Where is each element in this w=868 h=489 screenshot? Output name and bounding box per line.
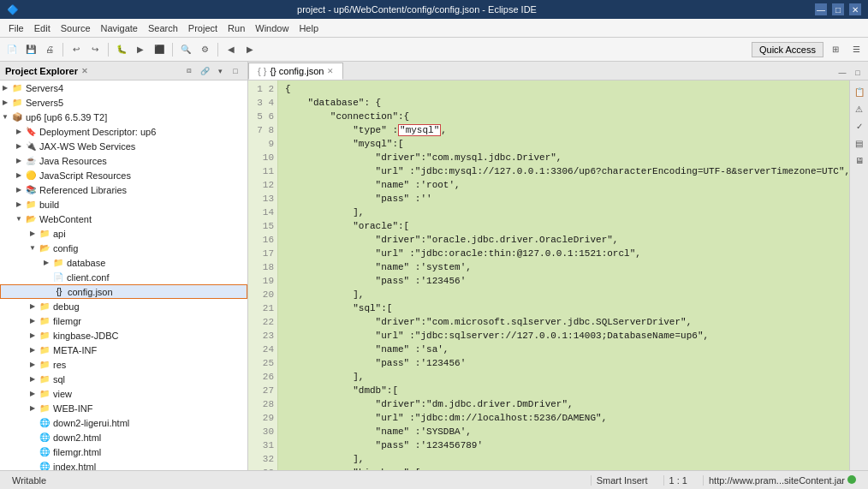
maximize-button[interactable]: □ (832, 3, 844, 15)
tree-item-api[interactable]: ▶📁api (0, 226, 247, 241)
status-jar-info: http://www.pram...siteContent.jar (703, 475, 861, 486)
close-button[interactable]: ✕ (849, 3, 861, 15)
tree-toggle-down2[interactable] (27, 432, 38, 443)
tree-toggle-meta-inf[interactable]: ▶ (27, 345, 38, 355)
tree-item-java-resources[interactable]: ▶☕Java Resources (0, 153, 247, 168)
tree-item-jax-ws[interactable]: ▶🔌JAX-WS Web Services (0, 139, 247, 153)
tree-item-build[interactable]: ▶📁build (0, 197, 247, 212)
tree-toggle-database[interactable]: ▶ (41, 258, 51, 268)
toolbar-new[interactable]: 📄 (3, 41, 21, 58)
project-tree[interactable]: ▶📁Servers4▶📁Servers5▼📦up6 [up6 6.5.39 T2… (0, 81, 247, 470)
tree-item-deployment[interactable]: ▶🔖Deployment Descriptor: up6 (0, 124, 247, 139)
tree-toggle-java-resources[interactable]: ▶ (14, 156, 24, 166)
panel-max-button[interactable]: □ (229, 64, 242, 78)
menu-edit[interactable]: Edit (29, 21, 56, 35)
toolbar-stop[interactable]: ⬛ (151, 41, 168, 58)
tree-item-sql[interactable]: ▶📁sql (0, 372, 247, 386)
editor-minimize-button[interactable]: — (835, 66, 849, 80)
tree-toggle-config[interactable]: ▼ (27, 243, 38, 253)
menu-help[interactable]: Help (294, 21, 324, 35)
tree-item-config[interactable]: ▼📂config (0, 241, 247, 255)
tree-toggle-sql[interactable]: ▶ (27, 374, 38, 385)
highlighted-value: "mysql" (398, 124, 441, 136)
tree-toggle-api[interactable]: ▶ (27, 229, 38, 239)
tree-item-down2-ligerui[interactable]: 🌐down2-ligerui.html (0, 415, 247, 430)
panel-menu-button[interactable]: ▾ (213, 64, 227, 78)
open-perspective-button[interactable]: ⊞ (827, 41, 844, 58)
tree-item-filemgr[interactable]: ▶📁filemgr (0, 313, 247, 328)
tree-item-debug[interactable]: ▶📁debug (0, 299, 247, 313)
toolbar-save[interactable]: 💾 (22, 41, 39, 58)
console-button[interactable]: ▤ (852, 135, 867, 151)
tree-toggle-res[interactable]: ▶ (27, 360, 38, 370)
code-content[interactable]: { "database": { "connection":{ "type" :"… (278, 81, 849, 470)
tree-toggle-filemgr-html[interactable] (27, 447, 38, 457)
toolbar-search[interactable]: 🔍 (177, 41, 194, 58)
tree-item-up6[interactable]: ▼📦up6 [up6 6.5.39 T2] (0, 110, 247, 124)
tab-config-json[interactable]: { } {} config.json ✕ (248, 63, 343, 80)
tree-item-filemgr-html[interactable]: 🌐filemgr.html (0, 444, 247, 459)
servers-button[interactable]: 🖥 (852, 152, 867, 168)
tree-toggle-filemgr[interactable]: ▶ (27, 316, 38, 326)
toolbar-prev[interactable]: ◀ (223, 41, 240, 58)
tree-toggle-down2-ligerui[interactable] (27, 418, 38, 428)
tree-item-javascript-resources[interactable]: ▶🟡JavaScript Resources (0, 168, 247, 182)
menu-window[interactable]: Window (250, 21, 294, 35)
editor-max-button[interactable]: □ (851, 66, 865, 80)
tree-item-webcontent[interactable]: ▼📂WebContent (0, 212, 247, 226)
tree-item-database[interactable]: ▶📁database (0, 255, 247, 270)
tree-toggle-index[interactable] (27, 462, 38, 471)
tree-toggle-javascript-resources[interactable]: ▶ (14, 170, 24, 181)
toolbar-next[interactable]: ▶ (241, 41, 259, 58)
menu-file[interactable]: File (3, 21, 29, 35)
toolbar-print[interactable]: 🖨 (41, 41, 58, 58)
tree-item-kingbase-jdbc[interactable]: ▶📁kingbase-JDBC (0, 328, 247, 343)
toolbar-refactor[interactable]: ⚙ (196, 41, 213, 58)
tasks-button[interactable]: ✓ (852, 118, 867, 134)
tree-toggle-config-json[interactable] (42, 287, 52, 297)
menu-run[interactable]: Run (223, 21, 250, 35)
tree-item-referenced-libraries[interactable]: ▶📚Referenced Libraries (0, 182, 247, 197)
quick-access-button[interactable]: Quick Access (752, 42, 823, 57)
menu-navigate[interactable]: Navigate (96, 21, 143, 35)
tree-toggle-kingbase-jdbc[interactable]: ▶ (27, 331, 38, 341)
toolbar-redo[interactable]: ↪ (86, 41, 104, 58)
tree-toggle-webcontent[interactable]: ▼ (14, 214, 24, 224)
tree-item-down2[interactable]: 🌐down2.html (0, 430, 247, 444)
tree-toggle-view[interactable]: ▶ (27, 389, 38, 399)
tree-item-index[interactable]: 🌐index.html (0, 459, 247, 470)
tree-toggle-up6[interactable]: ▼ (0, 112, 10, 122)
menu-source[interactable]: Source (56, 21, 96, 35)
problems-button[interactable]: ⚠ (852, 101, 867, 116)
menu-search[interactable]: Search (143, 21, 183, 35)
tree-toggle-servers4[interactable]: ▶ (0, 83, 10, 93)
tree-label-web-inf: WEB-INF (53, 403, 92, 414)
tree-item-meta-inf[interactable]: ▶📁META-INF (0, 343, 247, 357)
toolbar-run[interactable]: ▶ (132, 41, 149, 58)
tree-toggle-servers5[interactable]: ▶ (0, 98, 10, 108)
tree-toggle-referenced-libraries[interactable]: ▶ (14, 185, 24, 195)
tree-toggle-client-conf[interactable] (41, 272, 51, 283)
tree-toggle-build[interactable]: ▶ (14, 200, 24, 210)
tab-close-button[interactable]: ✕ (327, 67, 334, 75)
tree-item-client-conf[interactable]: 📄client.conf (0, 270, 247, 284)
tree-item-servers5[interactable]: ▶📁Servers5 (0, 95, 247, 110)
toolbar-debug[interactable]: 🐛 (113, 41, 130, 58)
outline-button[interactable]: 📋 (852, 84, 867, 99)
tree-toggle-jax-ws[interactable]: ▶ (14, 141, 24, 152)
tree-toggle-deployment[interactable]: ▶ (14, 127, 24, 137)
tree-item-web-inf[interactable]: ▶📁WEB-INF (0, 401, 247, 415)
menu-project[interactable]: Project (183, 21, 223, 35)
tree-item-view[interactable]: ▶📁view (0, 386, 247, 401)
collapse-all-button[interactable]: ⧈ (182, 64, 196, 78)
tree-item-res[interactable]: ▶📁res (0, 357, 247, 372)
tree-item-servers4[interactable]: ▶📁Servers4 (0, 81, 247, 95)
tree-toggle-web-inf[interactable]: ▶ (27, 403, 38, 414)
link-editor-button[interactable]: 🔗 (198, 64, 211, 78)
tree-icon-filemgr-html: 🌐 (38, 445, 51, 459)
perspective-button[interactable]: ☰ (847, 41, 865, 58)
toolbar-undo[interactable]: ↩ (68, 41, 85, 58)
tree-item-config-json[interactable]: {}config.json (0, 284, 247, 299)
tree-toggle-debug[interactable]: ▶ (27, 301, 38, 312)
minimize-button[interactable]: — (815, 3, 827, 15)
